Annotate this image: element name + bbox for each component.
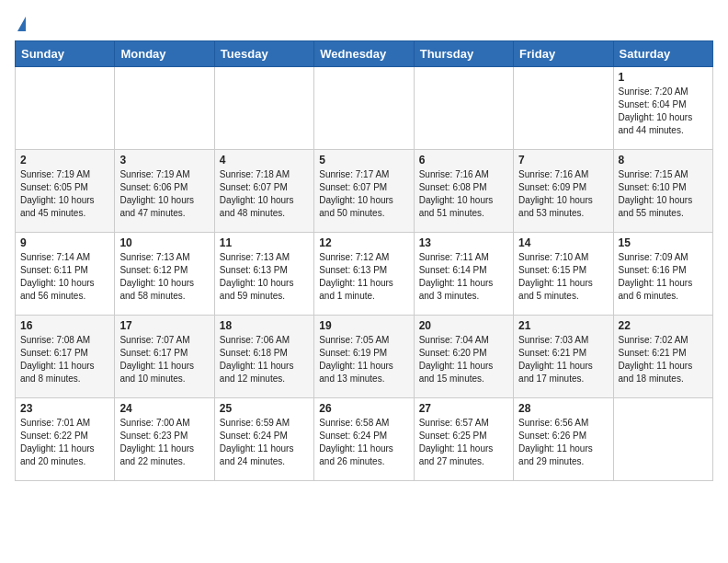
- day-info: Sunrise: 7:02 AM Sunset: 6:21 PM Dayligh…: [619, 334, 708, 385]
- calendar-cell: [16, 66, 115, 149]
- day-number: 9: [20, 236, 109, 249]
- calendar-cell: 26Sunrise: 6:58 AM Sunset: 6:24 PM Dayli…: [314, 397, 414, 480]
- calendar-cell: 15Sunrise: 7:09 AM Sunset: 6:16 PM Dayli…: [613, 232, 712, 315]
- day-info: Sunrise: 7:19 AM Sunset: 6:05 PM Dayligh…: [20, 168, 109, 220]
- day-info: Sunrise: 7:03 AM Sunset: 6:21 PM Dayligh…: [518, 334, 608, 385]
- day-number: 22: [619, 319, 708, 332]
- calendar-cell: 8Sunrise: 7:15 AM Sunset: 6:10 PM Daylig…: [613, 149, 712, 232]
- calendar-cell: 12Sunrise: 7:12 AM Sunset: 6:13 PM Dayli…: [314, 232, 414, 315]
- logo: [15, 15, 26, 33]
- calendar-cell: 9Sunrise: 7:14 AM Sunset: 6:11 PM Daylig…: [16, 232, 115, 315]
- day-info: Sunrise: 7:08 AM Sunset: 6:17 PM Dayligh…: [20, 334, 109, 385]
- calendar-header-row: SundayMondayTuesdayWednesdayThursdayFrid…: [16, 40, 713, 66]
- day-number: 18: [220, 319, 309, 332]
- day-number: 25: [220, 402, 309, 415]
- calendar-cell: 6Sunrise: 7:16 AM Sunset: 6:08 PM Daylig…: [414, 149, 513, 232]
- calendar-header-saturday: Saturday: [613, 40, 712, 66]
- day-number: 20: [419, 319, 508, 332]
- calendar-cell: 7Sunrise: 7:16 AM Sunset: 6:09 PM Daylig…: [514, 149, 613, 232]
- day-number: 10: [119, 236, 209, 249]
- calendar-cell: [214, 66, 313, 149]
- calendar-cell: 16Sunrise: 7:08 AM Sunset: 6:17 PM Dayli…: [16, 315, 115, 397]
- calendar-header-friday: Friday: [514, 40, 613, 66]
- day-number: 16: [20, 319, 109, 332]
- day-number: 2: [20, 154, 109, 167]
- day-number: 11: [220, 236, 309, 249]
- day-info: Sunrise: 7:01 AM Sunset: 6:22 PM Dayligh…: [20, 417, 109, 468]
- day-number: 13: [419, 236, 508, 249]
- calendar-header-monday: Monday: [115, 40, 214, 66]
- calendar-cell: 20Sunrise: 7:04 AM Sunset: 6:20 PM Dayli…: [414, 315, 513, 397]
- day-info: Sunrise: 7:14 AM Sunset: 6:11 PM Dayligh…: [20, 251, 109, 303]
- calendar-cell: 2Sunrise: 7:19 AM Sunset: 6:05 PM Daylig…: [16, 149, 115, 232]
- day-number: 5: [319, 154, 408, 167]
- day-number: 21: [518, 319, 608, 332]
- calendar-cell: [414, 66, 513, 149]
- day-info: Sunrise: 7:12 AM Sunset: 6:13 PM Dayligh…: [319, 251, 408, 303]
- calendar-cell: 10Sunrise: 7:13 AM Sunset: 6:12 PM Dayli…: [115, 232, 214, 315]
- day-info: Sunrise: 7:11 AM Sunset: 6:14 PM Dayligh…: [419, 251, 508, 303]
- page-header: [15, 15, 713, 33]
- calendar-week-5: 23Sunrise: 7:01 AM Sunset: 6:22 PM Dayli…: [16, 397, 713, 480]
- calendar-cell: 28Sunrise: 6:56 AM Sunset: 6:26 PM Dayli…: [514, 397, 613, 480]
- calendar-cell: 14Sunrise: 7:10 AM Sunset: 6:15 PM Dayli…: [514, 232, 613, 315]
- day-info: Sunrise: 7:09 AM Sunset: 6:16 PM Dayligh…: [619, 251, 708, 303]
- calendar-cell: [314, 66, 414, 149]
- day-info: Sunrise: 6:58 AM Sunset: 6:24 PM Dayligh…: [319, 417, 408, 468]
- calendar-header-wednesday: Wednesday: [314, 40, 414, 66]
- calendar-cell: 1Sunrise: 7:20 AM Sunset: 6:04 PM Daylig…: [613, 66, 712, 149]
- day-number: 28: [518, 402, 608, 415]
- calendar-week-2: 2Sunrise: 7:19 AM Sunset: 6:05 PM Daylig…: [16, 149, 713, 232]
- day-info: Sunrise: 7:15 AM Sunset: 6:10 PM Dayligh…: [619, 168, 708, 220]
- day-number: 17: [119, 319, 209, 332]
- day-info: Sunrise: 7:18 AM Sunset: 6:07 PM Dayligh…: [220, 168, 309, 220]
- day-number: 26: [319, 402, 408, 415]
- calendar-cell: 3Sunrise: 7:19 AM Sunset: 6:06 PM Daylig…: [115, 149, 214, 232]
- calendar-cell: [613, 397, 712, 480]
- day-number: 6: [419, 154, 508, 167]
- day-info: Sunrise: 7:05 AM Sunset: 6:19 PM Dayligh…: [319, 334, 408, 385]
- day-info: Sunrise: 7:13 AM Sunset: 6:13 PM Dayligh…: [220, 251, 309, 303]
- day-info: Sunrise: 7:00 AM Sunset: 6:23 PM Dayligh…: [119, 417, 209, 468]
- day-number: 4: [220, 154, 309, 167]
- calendar-cell: [115, 66, 214, 149]
- day-number: 27: [419, 402, 508, 415]
- calendar-cell: 4Sunrise: 7:18 AM Sunset: 6:07 PM Daylig…: [214, 149, 313, 232]
- calendar-cell: 17Sunrise: 7:07 AM Sunset: 6:17 PM Dayli…: [115, 315, 214, 397]
- calendar-cell: [514, 66, 613, 149]
- day-info: Sunrise: 6:56 AM Sunset: 6:26 PM Dayligh…: [518, 417, 608, 468]
- day-number: 1: [619, 71, 708, 84]
- day-number: 8: [619, 154, 708, 167]
- day-number: 7: [518, 154, 608, 167]
- day-number: 23: [20, 402, 109, 415]
- calendar-week-3: 9Sunrise: 7:14 AM Sunset: 6:11 PM Daylig…: [16, 232, 713, 315]
- calendar-week-4: 16Sunrise: 7:08 AM Sunset: 6:17 PM Dayli…: [16, 315, 713, 397]
- day-info: Sunrise: 7:17 AM Sunset: 6:07 PM Dayligh…: [319, 168, 408, 220]
- day-number: 15: [619, 236, 708, 249]
- calendar-cell: 5Sunrise: 7:17 AM Sunset: 6:07 PM Daylig…: [314, 149, 414, 232]
- calendar-cell: 25Sunrise: 6:59 AM Sunset: 6:24 PM Dayli…: [214, 397, 313, 480]
- day-number: 14: [518, 236, 608, 249]
- calendar-table: SundayMondayTuesdayWednesdayThursdayFrid…: [15, 40, 713, 481]
- day-number: 12: [319, 236, 408, 249]
- day-info: Sunrise: 6:59 AM Sunset: 6:24 PM Dayligh…: [220, 417, 309, 468]
- day-info: Sunrise: 7:10 AM Sunset: 6:15 PM Dayligh…: [518, 251, 608, 303]
- calendar-week-1: 1Sunrise: 7:20 AM Sunset: 6:04 PM Daylig…: [16, 66, 713, 149]
- calendar-cell: 21Sunrise: 7:03 AM Sunset: 6:21 PM Dayli…: [514, 315, 613, 397]
- calendar-header-thursday: Thursday: [414, 40, 513, 66]
- calendar-cell: 27Sunrise: 6:57 AM Sunset: 6:25 PM Dayli…: [414, 397, 513, 480]
- day-info: Sunrise: 7:20 AM Sunset: 6:04 PM Dayligh…: [619, 86, 708, 137]
- calendar-cell: 18Sunrise: 7:06 AM Sunset: 6:18 PM Dayli…: [214, 315, 313, 397]
- calendar-cell: 13Sunrise: 7:11 AM Sunset: 6:14 PM Dayli…: [414, 232, 513, 315]
- calendar-header-tuesday: Tuesday: [214, 40, 313, 66]
- day-number: 19: [319, 319, 408, 332]
- day-number: 24: [119, 402, 209, 415]
- day-info: Sunrise: 7:19 AM Sunset: 6:06 PM Dayligh…: [119, 168, 209, 220]
- day-info: Sunrise: 7:16 AM Sunset: 6:09 PM Dayligh…: [518, 168, 608, 220]
- day-info: Sunrise: 7:06 AM Sunset: 6:18 PM Dayligh…: [220, 334, 309, 385]
- day-info: Sunrise: 7:16 AM Sunset: 6:08 PM Dayligh…: [419, 168, 508, 220]
- day-info: Sunrise: 7:13 AM Sunset: 6:12 PM Dayligh…: [119, 251, 209, 303]
- calendar-cell: 22Sunrise: 7:02 AM Sunset: 6:21 PM Dayli…: [613, 315, 712, 397]
- day-info: Sunrise: 7:07 AM Sunset: 6:17 PM Dayligh…: [119, 334, 209, 385]
- calendar-cell: 23Sunrise: 7:01 AM Sunset: 6:22 PM Dayli…: [16, 397, 115, 480]
